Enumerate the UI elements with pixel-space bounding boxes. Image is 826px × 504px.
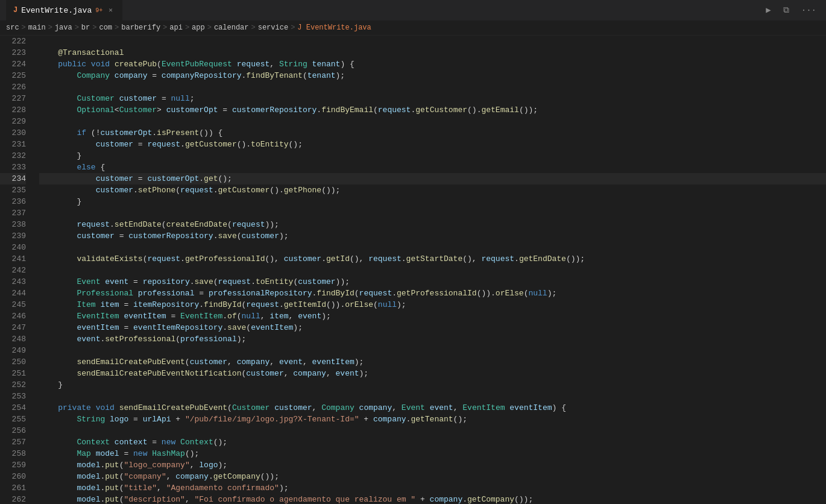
code-line-256	[39, 425, 826, 436]
code-line-246: EventItem eventItem = EventItem.of(null,…	[39, 310, 826, 322]
breadcrumb-src[interactable]: src	[6, 22, 19, 34]
breadcrumb-com[interactable]: com	[99, 22, 112, 34]
code-line-226	[39, 81, 826, 93]
tab-label: EventWrite.java	[21, 5, 92, 16]
breadcrumb-api[interactable]: api	[169, 22, 183, 34]
ln-224: 224	[0, 58, 26, 70]
ln-246: 246	[0, 310, 26, 322]
ln-229: 229	[0, 116, 26, 127]
more-actions-button[interactable]: ···	[798, 2, 820, 19]
code-line-241: validateExists(request.getProfessionalId…	[39, 253, 826, 265]
code-line-259: model.put("logo_company", logo);	[39, 459, 826, 471]
ln-236: 236	[0, 196, 26, 207]
code-line-258: Map model = new HashMap();	[39, 448, 826, 459]
ln-242: 242	[0, 265, 26, 276]
ln-259: 259	[0, 459, 26, 471]
ln-254: 254	[0, 402, 26, 414]
ln-261: 261	[0, 482, 26, 494]
ln-227: 227	[0, 93, 26, 104]
code-line-260: model.put("company", company.getCompany(…	[39, 471, 826, 482]
ln-248: 248	[0, 333, 26, 345]
code-line-224: public void createPub(EventPubRequest re…	[39, 58, 826, 70]
ln-253: 253	[0, 391, 26, 402]
code-line-234: customer = customerOpt.get();	[39, 173, 826, 184]
ln-235: 235	[0, 184, 26, 196]
code-line-240	[39, 242, 826, 253]
code-line-250: sendEmailCreatePubEvent(customer, compan…	[39, 356, 826, 368]
breadcrumb-main[interactable]: main	[28, 22, 46, 34]
breadcrumb-br[interactable]: br	[81, 22, 90, 34]
code-line-230: if (!customerOpt.isPresent()) {	[39, 127, 826, 139]
code-line-237	[39, 207, 826, 219]
ln-225: 225	[0, 70, 26, 81]
code-line-257: Context context = new Context();	[39, 436, 826, 448]
breadcrumb-sep-1: >	[22, 22, 26, 34]
code-area[interactable]: @Transactional public void createPub(Eve…	[33, 36, 826, 504]
code-line-248: event.setProfessional(professional);	[39, 333, 826, 345]
code-line-223: @Transactional	[39, 47, 826, 58]
code-line-227: Customer customer = null;	[39, 93, 826, 104]
ln-223: 223	[0, 47, 26, 58]
ln-257: 257	[0, 436, 26, 448]
code-line-262: model.put("description", "Foi confirmado…	[39, 494, 826, 504]
code-line-233: else {	[39, 162, 826, 173]
ln-251: 251	[0, 368, 26, 379]
ln-250: 250	[0, 356, 26, 368]
code-line-225: Company company = companyRepository.find…	[39, 70, 826, 81]
run-button[interactable]: ▶	[762, 2, 774, 19]
ln-260: 260	[0, 471, 26, 482]
code-line-244: Professional professional = professional…	[39, 288, 826, 299]
java-icon: J	[13, 5, 17, 16]
code-line-239: customer = customerRepository.save(custo…	[39, 230, 826, 242]
ln-233: 233	[0, 162, 26, 173]
code-line-253	[39, 391, 826, 402]
code-line-245: Item item = itemRepository.findById(requ…	[39, 299, 826, 310]
editor-container: 222 223 224 225 226 227 228 229 230 231 …	[0, 36, 826, 504]
line-numbers: 222 223 224 225 226 227 228 229 230 231 …	[0, 36, 33, 504]
ln-247: 247	[0, 322, 26, 333]
code-line-236: }	[39, 196, 826, 207]
ln-256: 256	[0, 425, 26, 436]
ln-252: 252	[0, 379, 26, 391]
ln-230: 230	[0, 127, 26, 139]
code-line-228: Optional<Customer> customerOpt = custome…	[39, 104, 826, 116]
code-line-247: eventItem = eventItemRepository.save(eve…	[39, 322, 826, 333]
title-bar: J EventWrite.java 9+ ✕ ▶ ⧉ ···	[0, 0, 826, 21]
breadcrumb-calendar[interactable]: calendar	[214, 22, 249, 34]
code-line-255: String logo = urlApi + "/pub/file/img/lo…	[39, 414, 826, 425]
breadcrumb-service[interactable]: service	[258, 22, 288, 34]
tab-bar: J EventWrite.java 9+ ✕	[6, 0, 122, 21]
code-line-232: }	[39, 150, 826, 162]
ln-255: 255	[0, 414, 26, 425]
ln-237: 237	[0, 207, 26, 219]
code-line-243: Event event = repository.save(request.to…	[39, 276, 826, 288]
breadcrumb-app[interactable]: app	[192, 22, 205, 34]
file-tab-eventwrite[interactable]: J EventWrite.java 9+ ✕	[6, 0, 122, 21]
breadcrumb-barberify[interactable]: barberify	[121, 22, 160, 34]
code-line-252: }	[39, 379, 826, 391]
code-line-238: request.setEndDate(createEndDate(request…	[39, 219, 826, 230]
breadcrumb: src > main > java > br > com > barberify…	[0, 21, 826, 36]
tab-close-button[interactable]: ✕	[106, 4, 115, 17]
code-line-261: model.put("title", "Agendamento confirma…	[39, 482, 826, 494]
breadcrumb-java[interactable]: java	[55, 22, 72, 34]
code-line-231: customer = request.getCustomer().toEntit…	[39, 139, 826, 150]
breadcrumb-file[interactable]: J EventWrite.java	[297, 22, 371, 34]
ln-234: 234	[0, 173, 26, 184]
ln-243: 243	[0, 276, 26, 288]
code-line-249	[39, 345, 826, 356]
ln-262: 262	[0, 494, 26, 504]
ln-231: 231	[0, 139, 26, 150]
ln-244: 244	[0, 288, 26, 299]
ln-238: 238	[0, 219, 26, 230]
ln-249: 249	[0, 345, 26, 356]
ln-240: 240	[0, 242, 26, 253]
ln-228: 228	[0, 104, 26, 116]
ln-245: 245	[0, 299, 26, 310]
split-editor-button[interactable]: ⧉	[780, 2, 793, 19]
ln-226: 226	[0, 81, 26, 93]
ln-222: 222	[0, 36, 26, 47]
tab-modified-count: 9+	[95, 5, 102, 16]
ln-258: 258	[0, 448, 26, 459]
code-line-254: private void sendEmailCreatePubEvent(Cus…	[39, 402, 826, 414]
